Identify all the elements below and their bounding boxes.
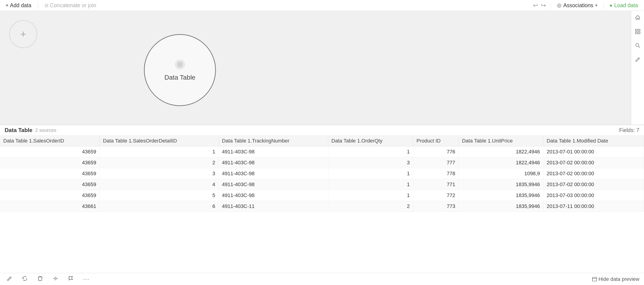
pencil-icon-button[interactable]: [634, 56, 642, 65]
table-cell: 776: [413, 146, 459, 157]
right-icon-panel: [631, 11, 644, 125]
fields-count-label: Fields: 7: [619, 127, 639, 134]
add-plus-icon: +: [20, 28, 26, 40]
table-cell: 43659: [0, 168, 100, 179]
add-data-label: Add data: [10, 2, 31, 8]
table-cell: 2013-07-02 00:00:00: [543, 168, 644, 179]
table-cell: 3: [328, 157, 413, 168]
svg-rect-5: [638, 32, 640, 34]
search-icon-button[interactable]: [634, 42, 642, 51]
table-cell: 1835,9946: [458, 190, 543, 201]
table-cell: 4: [100, 179, 219, 190]
add-data-circle[interactable]: +: [9, 20, 37, 48]
more-options-button[interactable]: ···: [81, 274, 92, 284]
svg-rect-12: [592, 277, 597, 281]
pencil-icon: [635, 56, 641, 62]
concatenate-label: Concatenate or join: [50, 2, 96, 8]
eye-icon: ◎: [557, 2, 561, 8]
table-cell: 1: [100, 146, 219, 157]
table-cell: 2: [100, 157, 219, 168]
table-svg-icon: [174, 59, 186, 70]
table-row: 4365924911-403C-9837771822,49462013-07-0…: [0, 157, 644, 168]
refresh-button[interactable]: [20, 274, 30, 284]
table-cell: 777: [413, 157, 459, 168]
toolbar-right: ↩ ↪ ◎ Associations ▾ ● Load data: [532, 1, 640, 10]
undo-redo-group: ↩ ↪: [532, 1, 547, 10]
table-cell: 1: [328, 168, 413, 179]
svg-rect-3: [638, 29, 640, 31]
table-row: 4366164911-403C-1127731835,99462013-07-1…: [0, 201, 644, 212]
bottom-panel-title-group: Data Table 2 sources: [5, 127, 56, 134]
data-table: Data Table 1.SalesOrderIDData Table 1.Sa…: [0, 136, 644, 212]
edit-fields-button[interactable]: [5, 274, 14, 284]
table-cell: 2013-07-03 00:00:00: [543, 190, 644, 201]
table-cell: 778: [413, 168, 459, 179]
svg-line-7: [638, 46, 640, 48]
table-cell: 773: [413, 201, 459, 212]
table-cell: 771: [413, 179, 459, 190]
table-body: 4365914911-403C-9817761822,49462013-07-0…: [0, 146, 644, 212]
sources-badge: 2 sources: [35, 128, 56, 133]
table-cell: 2013-07-02 00:00:00: [543, 157, 644, 168]
table-cell: 5: [100, 190, 219, 201]
redo-button[interactable]: ↪: [540, 1, 547, 10]
concatenate-button[interactable]: ⊟ Concatenate or join: [43, 2, 98, 10]
table-toolbar: ··· Hide data preview: [0, 273, 644, 285]
table-cell: 4911-403C-98: [218, 179, 328, 190]
table-cell: 43661: [0, 201, 100, 212]
data-table-node-label: Data Table: [164, 74, 195, 81]
column-header: Data Table 1.UnitPrice: [458, 136, 543, 146]
associations-label: Associations: [563, 2, 593, 8]
table-cell: 1835,9946: [458, 201, 543, 212]
grid-icon-button[interactable]: [634, 28, 642, 37]
hide-icon: [592, 277, 597, 282]
table-cell: 2013-07-11 00:00:00: [543, 201, 644, 212]
table-row: 4365934911-403C-9817781098,92013-07-02 0…: [0, 168, 644, 179]
green-circle-icon: ●: [610, 3, 612, 8]
table-cell: 1822,4946: [458, 146, 543, 157]
table-row: 4365954911-403C-9817721835,99462013-07-0…: [0, 190, 644, 201]
toolbar-divider-1: [38, 2, 38, 8]
table-cell: 2013-07-02 00:00:00: [543, 179, 644, 190]
table-cell: 4911-403C-11: [218, 201, 328, 212]
home-icon: [635, 14, 641, 21]
table-cell: 1098,9: [458, 168, 543, 179]
main-toolbar: + Add data ⊟ Concatenate or join ↩ ↪ ◎ A…: [0, 0, 644, 11]
table-cell: 1822,4946: [458, 157, 543, 168]
filter-button[interactable]: [50, 274, 60, 284]
add-data-button[interactable]: + Add data: [4, 2, 33, 10]
svg-point-6: [636, 44, 639, 46]
data-table-node-icon: [174, 59, 186, 72]
data-table-node[interactable]: Data Table: [144, 34, 216, 106]
bottom-panel: Data Table 2 sources Fields: 7 Data Tabl…: [0, 125, 644, 285]
table-cell: 43659: [0, 157, 100, 168]
table-row: 4365914911-403C-9817761822,49462013-07-0…: [0, 146, 644, 157]
more-icon: ···: [83, 276, 90, 282]
column-header: Data Table 1.SalesOrderID: [0, 136, 100, 146]
table-row: 4365944911-403C-9817711835,99462013-07-0…: [0, 179, 644, 190]
undo-button[interactable]: ↩: [532, 1, 539, 10]
split-icon: [52, 276, 58, 282]
associations-button[interactable]: ◎ Associations ▾: [554, 2, 600, 10]
table-cell: 43659: [0, 190, 100, 201]
home-icon-button[interactable]: [634, 14, 642, 23]
table-cell: 2013-07-01 00:00:00: [543, 146, 644, 157]
plus-icon: +: [6, 2, 8, 8]
svg-rect-2: [636, 29, 637, 31]
table-header: Data Table 1.SalesOrderIDData Table 1.Sa…: [0, 136, 644, 146]
table-header-row: Data Table 1.SalesOrderIDData Table 1.Sa…: [0, 136, 644, 146]
table-cell: 4911-403C-98: [218, 168, 328, 179]
search-icon: [635, 42, 641, 48]
flag-button[interactable]: [66, 274, 76, 284]
table-cell: 1: [328, 146, 413, 157]
svg-rect-4: [636, 32, 637, 34]
delete-button[interactable]: [35, 274, 45, 284]
column-header: Data Table 1.OrderQty: [328, 136, 413, 146]
column-header: Product ID: [413, 136, 459, 146]
grid-icon: [635, 28, 641, 34]
hide-preview-button[interactable]: Hide data preview: [592, 276, 639, 282]
column-header: Data Table 1.SalesOrderDetailID: [100, 136, 219, 146]
table-cell: 6: [100, 201, 219, 212]
load-data-button[interactable]: ● Load data: [607, 2, 640, 10]
toolbar-left: + Add data ⊟ Concatenate or join: [4, 2, 98, 10]
